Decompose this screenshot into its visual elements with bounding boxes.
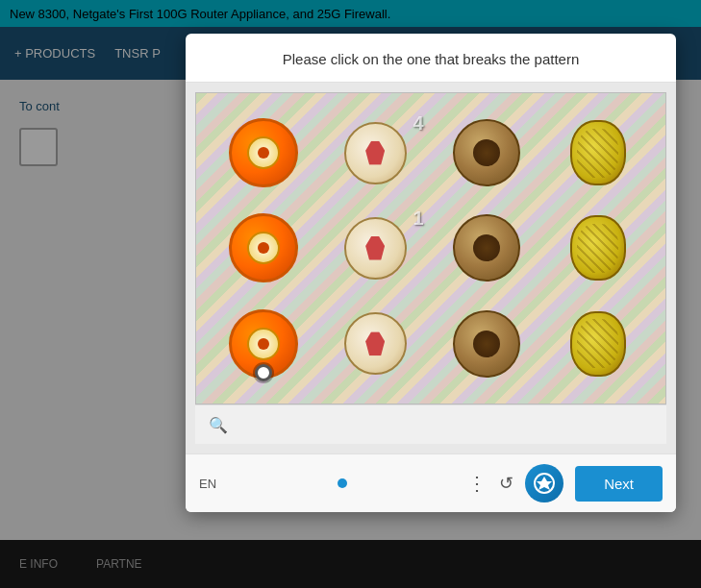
fruit-cell-1-3[interactable] — [434, 108, 540, 198]
footer-left: EN — [199, 477, 216, 491]
fruit-cell-2-4[interactable] — [544, 203, 651, 293]
language-label[interactable]: EN — [199, 477, 216, 491]
footer-actions: ⋮ ↺ Next — [467, 464, 663, 502]
pineapple-fruit-2[interactable] — [570, 215, 626, 281]
fruit-cell-2-2[interactable]: 1 — [322, 203, 429, 293]
fruit-cell-3-2[interactable] — [322, 299, 429, 389]
captcha-image[interactable]: 4 1 — [195, 92, 666, 404]
image-footer: 🔍 — [195, 404, 666, 444]
zoom-icon[interactable]: 🔍 — [207, 413, 230, 436]
orange-fruit-2[interactable] — [229, 213, 298, 282]
captcha-logo — [525, 464, 563, 502]
refresh-icon[interactable]: ↺ — [499, 473, 513, 494]
progress-indicator — [338, 478, 347, 488]
captcha-modal: Please click on the one that breaks the … — [186, 34, 676, 512]
orange-fruit-1[interactable] — [229, 118, 298, 187]
fruit-cell-3-3[interactable] — [434, 299, 540, 389]
pineapple-fruit-1[interactable] — [570, 120, 626, 185]
modal-footer: EN ⋮ ↺ Next — [186, 453, 676, 512]
fruit-cell-3-1[interactable] — [211, 299, 317, 389]
fruit-cell-1-4[interactable] — [544, 108, 651, 198]
num-2: 1 — [413, 208, 423, 230]
num-1: 4 — [413, 112, 423, 135]
more-options-icon[interactable]: ⋮ — [467, 472, 488, 495]
apple-fruit-3[interactable] — [344, 312, 407, 375]
donut-fruit-3[interactable] — [453, 310, 520, 378]
donut-fruit-2[interactable] — [453, 214, 520, 282]
fruit-cell-1-2[interactable]: 4 — [322, 108, 429, 198]
donut-fruit-1[interactable] — [453, 119, 520, 186]
fruit-cell-2-3[interactable] — [434, 203, 540, 293]
fruit-cell-3-4[interactable] — [544, 299, 651, 389]
captcha-logo-svg — [534, 473, 555, 494]
fruit-cell-1-1[interactable] — [211, 108, 317, 198]
selected-indicator — [255, 364, 272, 381]
next-button[interactable]: Next — [575, 466, 663, 502]
footer-center — [338, 478, 347, 488]
pineapple-fruit-3[interactable] — [570, 311, 626, 377]
modal-body: 4 1 — [186, 83, 676, 453]
fruit-grid[interactable]: 4 1 — [196, 93, 665, 404]
apple-fruit-1[interactable] — [344, 122, 407, 184]
apple-fruit-2[interactable] — [344, 217, 407, 280]
fruit-cell-2-1[interactable] — [211, 203, 317, 293]
modal-header: Please click on the one that breaks the … — [186, 34, 676, 83]
modal-title: Please click on the one that breaks the … — [283, 51, 580, 67]
